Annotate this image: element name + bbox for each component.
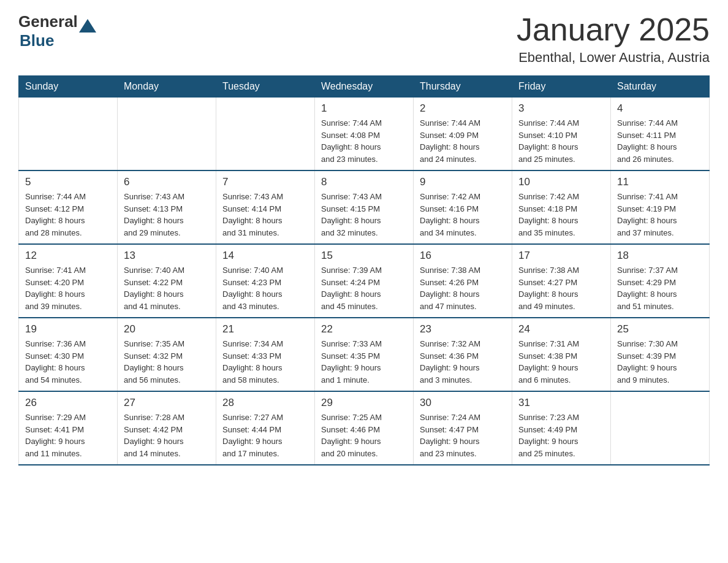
calendar-day-30: 30Sunrise: 7:24 AMSunset: 4:47 PMDayligh… bbox=[414, 391, 512, 465]
weekday-header-thursday: Thursday bbox=[414, 76, 512, 98]
day-number: 16 bbox=[420, 250, 506, 262]
day-number: 4 bbox=[617, 102, 703, 115]
day-info: Sunrise: 7:44 AMSunset: 4:09 PMDaylight:… bbox=[420, 117, 506, 165]
calendar-week-row: 19Sunrise: 7:36 AMSunset: 4:30 PMDayligh… bbox=[19, 318, 710, 391]
weekday-header-sunday: Sunday bbox=[19, 76, 118, 98]
day-number: 10 bbox=[518, 176, 604, 188]
day-number: 7 bbox=[222, 176, 308, 188]
calendar-day-4: 4Sunrise: 7:44 AMSunset: 4:11 PMDaylight… bbox=[611, 98, 710, 171]
day-info: Sunrise: 7:29 AMSunset: 4:41 PMDaylight:… bbox=[25, 412, 111, 459]
calendar-week-row: 26Sunrise: 7:29 AMSunset: 4:41 PMDayligh… bbox=[19, 391, 710, 465]
calendar-week-row: 12Sunrise: 7:41 AMSunset: 4:20 PMDayligh… bbox=[19, 244, 710, 318]
calendar-day-9: 9Sunrise: 7:42 AMSunset: 4:16 PMDaylight… bbox=[414, 170, 512, 244]
day-info: Sunrise: 7:40 AMSunset: 4:23 PMDaylight:… bbox=[222, 264, 308, 312]
day-info: Sunrise: 7:44 AMSunset: 4:10 PMDaylight:… bbox=[518, 117, 604, 165]
day-info: Sunrise: 7:41 AMSunset: 4:19 PMDaylight:… bbox=[617, 191, 703, 239]
calendar-week-row: 1Sunrise: 7:44 AMSunset: 4:08 PMDaylight… bbox=[19, 98, 710, 171]
calendar-day-7: 7Sunrise: 7:43 AMSunset: 4:14 PMDaylight… bbox=[216, 170, 315, 244]
day-info: Sunrise: 7:35 AMSunset: 4:32 PMDaylight:… bbox=[124, 338, 210, 386]
day-info: Sunrise: 7:36 AMSunset: 4:30 PMDaylight:… bbox=[25, 338, 111, 386]
day-number: 24 bbox=[518, 323, 604, 335]
day-info: Sunrise: 7:37 AMSunset: 4:29 PMDaylight:… bbox=[617, 264, 703, 312]
day-number: 5 bbox=[25, 176, 111, 188]
day-info: Sunrise: 7:38 AMSunset: 4:26 PMDaylight:… bbox=[420, 264, 506, 312]
day-number: 11 bbox=[617, 176, 703, 188]
calendar-day-3: 3Sunrise: 7:44 AMSunset: 4:10 PMDaylight… bbox=[512, 98, 611, 171]
calendar-subtitle: Ebenthal, Lower Austria, Austria bbox=[517, 50, 710, 66]
day-info: Sunrise: 7:31 AMSunset: 4:38 PMDaylight:… bbox=[518, 338, 604, 386]
day-number: 3 bbox=[518, 102, 604, 115]
day-number: 20 bbox=[124, 323, 210, 335]
calendar-table: SundayMondayTuesdayWednesdayThursdayFrid… bbox=[18, 75, 710, 465]
calendar-empty-cell bbox=[19, 98, 118, 171]
day-number: 21 bbox=[222, 323, 308, 335]
calendar-week-row: 5Sunrise: 7:44 AMSunset: 4:12 PMDaylight… bbox=[19, 170, 710, 244]
day-number: 17 bbox=[518, 250, 604, 262]
day-number: 14 bbox=[222, 250, 308, 262]
day-info: Sunrise: 7:42 AMSunset: 4:18 PMDaylight:… bbox=[518, 191, 604, 239]
day-number: 6 bbox=[124, 176, 210, 188]
weekday-header-friday: Friday bbox=[512, 76, 611, 98]
day-info: Sunrise: 7:44 AMSunset: 4:12 PMDaylight:… bbox=[25, 191, 111, 239]
calendar-day-1: 1Sunrise: 7:44 AMSunset: 4:08 PMDaylight… bbox=[315, 98, 414, 171]
day-number: 8 bbox=[321, 176, 407, 188]
title-section: January 2025 Ebenthal, Lower Austria, Au… bbox=[517, 12, 710, 66]
calendar-day-14: 14Sunrise: 7:40 AMSunset: 4:23 PMDayligh… bbox=[216, 244, 315, 318]
calendar-day-26: 26Sunrise: 7:29 AMSunset: 4:41 PMDayligh… bbox=[19, 391, 118, 465]
logo-blue-text: Blue bbox=[20, 31, 54, 50]
day-info: Sunrise: 7:28 AMSunset: 4:42 PMDaylight:… bbox=[124, 412, 210, 459]
calendar-day-27: 27Sunrise: 7:28 AMSunset: 4:42 PMDayligh… bbox=[118, 391, 216, 465]
day-number: 23 bbox=[420, 323, 506, 335]
day-info: Sunrise: 7:23 AMSunset: 4:49 PMDaylight:… bbox=[518, 412, 604, 459]
day-number: 22 bbox=[321, 323, 407, 335]
day-info: Sunrise: 7:41 AMSunset: 4:20 PMDaylight:… bbox=[25, 264, 111, 312]
calendar-day-23: 23Sunrise: 7:32 AMSunset: 4:36 PMDayligh… bbox=[414, 318, 512, 391]
weekday-header-monday: Monday bbox=[118, 76, 216, 98]
weekday-header-saturday: Saturday bbox=[611, 76, 710, 98]
calendar-title: January 2025 bbox=[517, 12, 710, 47]
calendar-day-24: 24Sunrise: 7:31 AMSunset: 4:38 PMDayligh… bbox=[512, 318, 611, 391]
calendar-day-12: 12Sunrise: 7:41 AMSunset: 4:20 PMDayligh… bbox=[19, 244, 118, 318]
calendar-empty-cell bbox=[118, 98, 216, 171]
day-number: 9 bbox=[420, 176, 506, 188]
day-number: 12 bbox=[25, 250, 111, 262]
day-number: 25 bbox=[617, 323, 703, 335]
calendar-day-17: 17Sunrise: 7:38 AMSunset: 4:27 PMDayligh… bbox=[512, 244, 611, 318]
calendar-empty-cell bbox=[611, 391, 710, 465]
calendar-day-18: 18Sunrise: 7:37 AMSunset: 4:29 PMDayligh… bbox=[611, 244, 710, 318]
day-number: 13 bbox=[124, 250, 210, 262]
calendar-day-20: 20Sunrise: 7:35 AMSunset: 4:32 PMDayligh… bbox=[118, 318, 216, 391]
calendar-day-13: 13Sunrise: 7:40 AMSunset: 4:22 PMDayligh… bbox=[118, 244, 216, 318]
day-info: Sunrise: 7:38 AMSunset: 4:27 PMDaylight:… bbox=[518, 264, 604, 312]
day-number: 30 bbox=[420, 397, 506, 409]
calendar-day-25: 25Sunrise: 7:30 AMSunset: 4:39 PMDayligh… bbox=[611, 318, 710, 391]
day-info: Sunrise: 7:42 AMSunset: 4:16 PMDaylight:… bbox=[420, 191, 506, 239]
day-info: Sunrise: 7:40 AMSunset: 4:22 PMDaylight:… bbox=[124, 264, 210, 312]
day-info: Sunrise: 7:43 AMSunset: 4:14 PMDaylight:… bbox=[222, 191, 308, 239]
day-number: 15 bbox=[321, 250, 407, 262]
day-info: Sunrise: 7:25 AMSunset: 4:46 PMDaylight:… bbox=[321, 412, 407, 459]
day-number: 29 bbox=[321, 397, 407, 409]
calendar-header-row: SundayMondayTuesdayWednesdayThursdayFrid… bbox=[19, 76, 710, 98]
day-number: 27 bbox=[124, 397, 210, 409]
calendar-day-11: 11Sunrise: 7:41 AMSunset: 4:19 PMDayligh… bbox=[611, 170, 710, 244]
calendar-day-2: 2Sunrise: 7:44 AMSunset: 4:09 PMDaylight… bbox=[414, 98, 512, 171]
calendar-day-22: 22Sunrise: 7:33 AMSunset: 4:35 PMDayligh… bbox=[315, 318, 414, 391]
day-info: Sunrise: 7:39 AMSunset: 4:24 PMDaylight:… bbox=[321, 264, 407, 312]
day-info: Sunrise: 7:43 AMSunset: 4:13 PMDaylight:… bbox=[124, 191, 210, 239]
page-header: General Blue January 2025 Ebenthal, Lowe… bbox=[18, 12, 710, 66]
calendar-empty-cell bbox=[216, 98, 315, 171]
day-number: 28 bbox=[222, 397, 308, 409]
day-number: 2 bbox=[420, 102, 506, 115]
weekday-header-tuesday: Tuesday bbox=[216, 76, 315, 98]
day-info: Sunrise: 7:44 AMSunset: 4:08 PMDaylight:… bbox=[321, 117, 407, 165]
logo-general-text: General bbox=[18, 12, 78, 31]
calendar-day-21: 21Sunrise: 7:34 AMSunset: 4:33 PMDayligh… bbox=[216, 318, 315, 391]
calendar-day-29: 29Sunrise: 7:25 AMSunset: 4:46 PMDayligh… bbox=[315, 391, 414, 465]
day-number: 26 bbox=[25, 397, 111, 409]
day-number: 31 bbox=[518, 397, 604, 409]
calendar-day-16: 16Sunrise: 7:38 AMSunset: 4:26 PMDayligh… bbox=[414, 244, 512, 318]
day-info: Sunrise: 7:34 AMSunset: 4:33 PMDaylight:… bbox=[222, 338, 308, 386]
day-number: 18 bbox=[617, 250, 703, 262]
logo-triangle-icon bbox=[79, 19, 96, 33]
